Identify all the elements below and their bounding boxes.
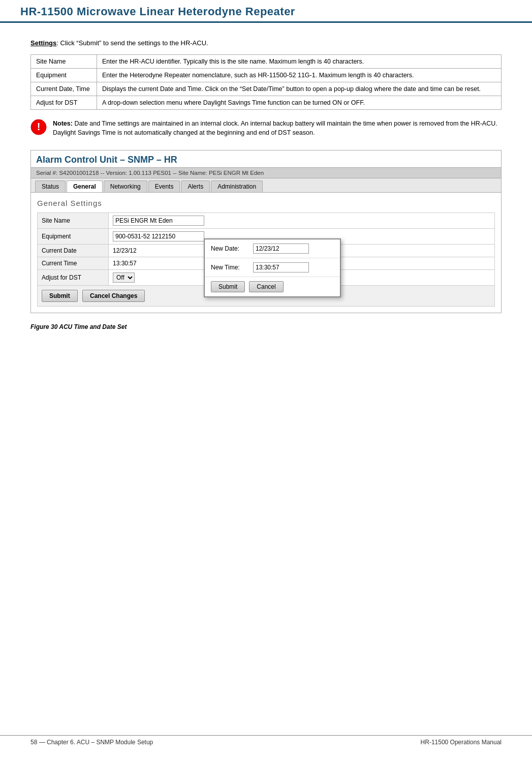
field-label: Equipment [31,68,97,82]
date-time-popup: New Date: New Time: Submit Cancel [204,238,341,297]
popup-date-label: New Date: [211,245,249,252]
popup-date-input[interactable] [253,244,309,254]
tab-general[interactable]: General [67,180,103,192]
main-content: Settings: Click “Submit” to send the set… [0,23,532,351]
table-row: Site NameEnter the HR-ACU identifier. Ty… [31,54,502,68]
notes-section: ! Notes: Date and Time settings are main… [30,119,502,138]
table-row: Site Name [38,213,495,229]
equipment-input[interactable] [113,231,204,241]
field-description: Displays the current Date and Time. Clic… [97,82,502,96]
svg-text:!: ! [37,121,41,132]
equipment-label: Equipment [38,229,109,245]
field-label: Adjust for DST [31,96,97,109]
popup-time-input[interactable] [253,262,309,272]
field-description: A drop-down selection menu where Dayligh… [97,96,502,109]
site-name-input[interactable] [113,216,204,226]
tab-networking[interactable]: Networking [104,180,147,192]
acu-interface-box: Alarm Control Unit – SNMP – HR Serial #:… [30,150,502,313]
current-date-value: 12/23/12 [113,247,137,254]
table-row: Adjust for DSTA drop-down selection menu… [31,96,502,109]
table-row: EquipmentEnter the Heterodyne Repeater n… [31,68,502,82]
popup-date-row: New Date: [205,239,340,258]
popup-time-label: New Time: [211,264,249,271]
popup-cancel-button[interactable]: Cancel [249,281,283,292]
current-time-label: Current Time [38,257,109,270]
acu-body: General Settings Site Name Equipment [31,193,501,313]
figure-caption: Figure 30 ACU Time and Date Set [30,323,502,330]
field-description: Enter the HR-ACU identifier. Typically t… [97,54,502,68]
field-description: Enter the Heterodyne Repeater nomenclatu… [97,68,502,82]
field-label: Site Name [31,54,97,68]
general-settings-title: General Settings [37,199,495,207]
acu-tabs: Status General Networking Events Alerts … [31,178,501,193]
tab-alerts[interactable]: Alerts [181,180,210,192]
footer-left: 58 — Chapter 6. ACU – SNMP Module Setup [30,739,153,746]
notes-body: Date and Time settings are maintained in… [53,120,497,137]
current-date-label: Current Date [38,245,109,257]
page-title: HR-11500 Microwave Linear Heterodyne Rep… [20,5,512,18]
footer-right: HR-11500 Operations Manual [421,739,502,746]
current-time-value: 13:30:57 [113,260,137,267]
warning-icon: ! [30,119,47,137]
dst-select[interactable]: Off On [113,272,135,283]
acu-title: Alarm Control Unit – SNMP – HR [36,155,177,165]
table-row: Current Date, TimeDisplays the current D… [31,82,502,96]
notes-label: Notes: [53,120,73,127]
acu-title-bar: Alarm Control Unit – SNMP – HR [31,150,501,167]
site-name-label: Site Name [38,213,109,229]
tab-events[interactable]: Events [148,180,180,192]
notes-text: Notes: Date and Time settings are mainta… [53,119,502,138]
popup-buttons: Submit Cancel [205,277,340,296]
settings-intro: Settings: Click “Submit” to send the set… [30,38,502,48]
acu-serial-bar: Serial #: S42001001218 -- Version: 1.00.… [31,167,501,178]
site-name-cell [109,213,495,229]
field-label: Current Date, Time [31,82,97,96]
tab-status[interactable]: Status [35,180,66,192]
popup-submit-button[interactable]: Submit [211,281,245,292]
submit-button[interactable]: Submit [42,290,78,302]
settings-intro-text: : Click “Submit” to send the settings to… [56,39,208,47]
settings-label: Settings [30,39,56,47]
page-footer: 58 — Chapter 6. ACU – SNMP Module Setup … [0,735,532,749]
dst-label: Adjust for DST [38,270,109,286]
page-header: HR-11500 Microwave Linear Heterodyne Rep… [0,0,532,23]
popup-time-row: New Time: [205,258,340,277]
tab-administration[interactable]: Administration [211,180,263,192]
cancel-button[interactable]: Cancel Changes [82,290,145,302]
settings-table: Site NameEnter the HR-ACU identifier. Ty… [30,54,502,110]
